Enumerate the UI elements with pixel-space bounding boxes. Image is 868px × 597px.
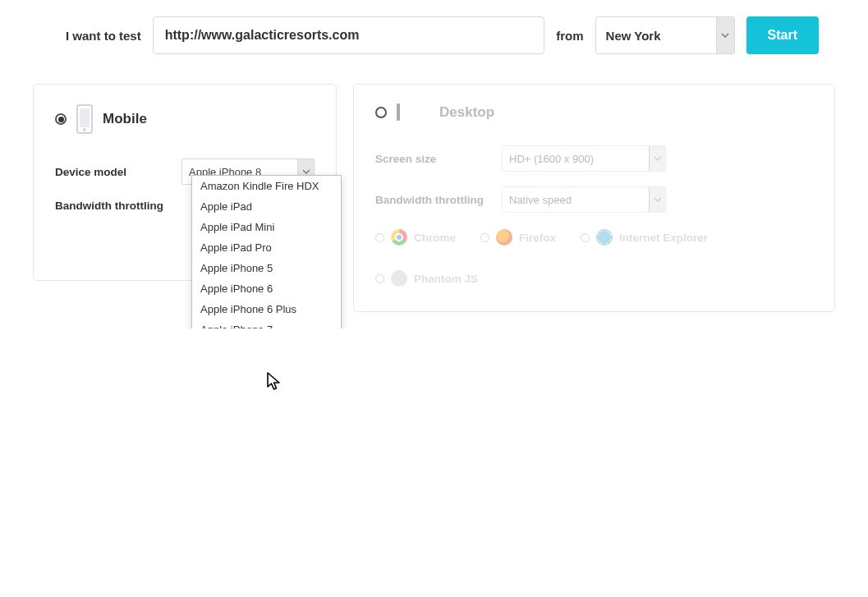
firefox-icon <box>496 229 512 246</box>
ie-icon <box>596 229 613 246</box>
device-option[interactable]: Apple iPad <box>192 196 341 217</box>
url-input[interactable] <box>153 16 545 54</box>
browser-radio <box>375 274 384 283</box>
device-option[interactable]: Apple iPhone 6 <box>192 278 341 299</box>
mobile-title: Mobile <box>103 111 147 127</box>
device-option[interactable]: Apple iPhone 7 <box>192 319 341 328</box>
mobile-bandwidth-label: Bandwidth throttling <box>55 200 170 212</box>
phantom-icon <box>391 270 407 287</box>
browser-radio <box>480 233 489 242</box>
desktop-title: Desktop <box>439 104 494 121</box>
browser-chrome[interactable]: Chrome <box>375 229 456 246</box>
location-value: New York <box>596 29 671 43</box>
desktop-panel: Desktop Screen size HD+ (1600 x 900) Ban… <box>353 84 835 312</box>
mobile-panel: Mobile Device model Apple iPhone 8 Bandw… <box>33 84 337 281</box>
browser-radio <box>375 233 384 242</box>
phone-icon <box>76 104 93 134</box>
chrome-icon <box>391 229 407 246</box>
browser-radio <box>581 233 590 242</box>
device-option[interactable]: Apple iPhone 5 <box>192 258 341 278</box>
browser-options: Chrome Firefox Internet Explorer Phantom… <box>375 229 813 287</box>
location-select[interactable]: New York <box>595 16 735 54</box>
device-option[interactable]: Apple iPhone 6 Plus <box>192 299 341 319</box>
monitor-icon <box>397 105 429 120</box>
desktop-radio[interactable] <box>375 107 387 118</box>
device-option[interactable]: Amazon Kindle Fire HDX <box>192 176 341 196</box>
device-model-label: Device model <box>55 166 170 178</box>
screen-size-value: HD+ (1600 x 900) <box>503 146 649 171</box>
screen-size-label: Screen size <box>375 153 490 165</box>
desktop-bandwidth-select[interactable]: Native speed <box>502 186 666 213</box>
browser-firefox[interactable]: Firefox <box>480 229 556 246</box>
panels: Mobile Device model Apple iPhone 8 Bandw… <box>16 84 852 312</box>
device-option[interactable]: Apple iPad Pro <box>192 237 341 258</box>
chevron-down-icon <box>649 146 665 171</box>
screen-size-select[interactable]: HD+ (1600 x 900) <box>502 145 666 172</box>
topbar: I want to test from New York Start <box>16 16 852 62</box>
chevron-down-icon <box>649 187 665 212</box>
browser-label: Phantom JS <box>414 273 478 285</box>
browser-label: Internet Explorer <box>619 232 708 244</box>
start-button[interactable]: Start <box>746 16 819 54</box>
from-label: from <box>556 29 583 43</box>
desktop-bandwidth-value: Native speed <box>503 187 649 212</box>
chevron-down-icon <box>716 17 734 53</box>
desktop-bandwidth-label: Bandwidth throttling <box>375 194 490 206</box>
device-model-dropdown[interactable]: Amazon Kindle Fire HDXApple iPadApple iP… <box>191 175 342 328</box>
browser-ie[interactable]: Internet Explorer <box>581 229 708 246</box>
browser-label: Firefox <box>519 232 556 244</box>
browser-phantom[interactable]: Phantom JS <box>375 270 478 287</box>
mobile-radio[interactable] <box>55 113 67 125</box>
device-option[interactable]: Apple iPad Mini <box>192 217 341 237</box>
browser-label: Chrome <box>414 232 456 244</box>
test-prefix-label: I want to test <box>66 29 141 43</box>
